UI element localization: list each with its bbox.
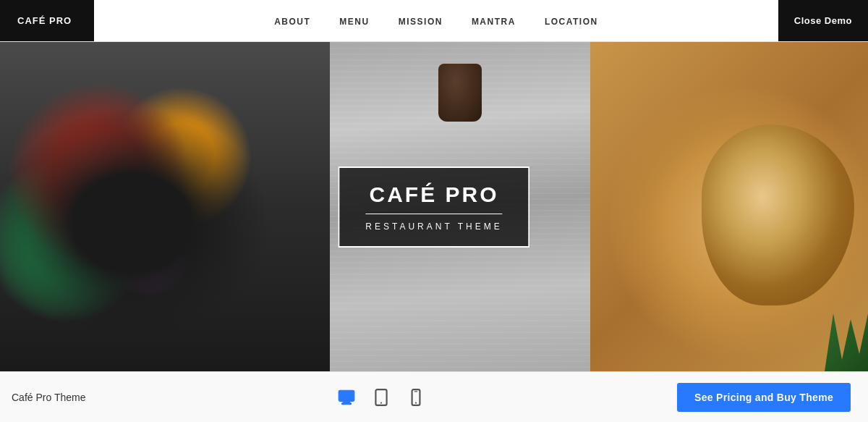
- desktop-icon[interactable]: [335, 386, 358, 409]
- navbar-links: ABOUT MENU MISSION MANTRA LOCATION: [94, 14, 778, 28]
- nav-link-location[interactable]: LOCATION: [545, 17, 598, 27]
- hero-title-box: CAFÉ PRO RESTAURANT THEME: [338, 166, 529, 248]
- hero-title-divider: [365, 214, 502, 214]
- svg-point-4: [380, 402, 382, 403]
- buy-theme-button[interactable]: See Pricing and Buy Theme: [677, 383, 851, 412]
- nav-item-location[interactable]: LOCATION: [545, 14, 598, 28]
- nav-item-mission[interactable]: MISSION: [399, 14, 443, 28]
- nav-item-about[interactable]: ABOUT: [274, 14, 310, 28]
- hero-section: CAFÉ PRO RESTAURANT THEME: [0, 42, 868, 371]
- close-demo-button[interactable]: Close Demo: [778, 0, 868, 41]
- theme-name-label: Café Pro Theme: [12, 392, 85, 403]
- hero-title-main: CAFÉ PRO: [365, 182, 502, 206]
- tablet-icon[interactable]: [370, 386, 393, 409]
- vegetable-decoration: [825, 313, 868, 371]
- svg-rect-2: [342, 402, 352, 404]
- nav-link-menu[interactable]: MENU: [339, 17, 369, 27]
- nav-link-about[interactable]: ABOUT: [274, 17, 310, 27]
- food-left-image: [0, 42, 330, 371]
- navbar: CAFÉ PRO ABOUT MENU MISSION MANTRA LOCAT…: [0, 0, 868, 42]
- nav-item-menu[interactable]: MENU: [339, 14, 369, 28]
- nav-link-mantra[interactable]: MANTRA: [472, 17, 516, 27]
- device-icons-group: [335, 386, 427, 409]
- svg-rect-7: [414, 391, 417, 392]
- svg-rect-0: [339, 390, 354, 401]
- navbar-logo: CAFÉ PRO: [0, 0, 94, 41]
- svg-point-6: [415, 402, 417, 403]
- nav-link-mission[interactable]: MISSION: [399, 17, 443, 27]
- bottom-bar: Café Pro Theme See Pricing and: [0, 371, 868, 422]
- hero-title-sub: RESTAURANT THEME: [365, 221, 502, 232]
- nav-item-mantra[interactable]: MANTRA: [472, 14, 516, 28]
- food-right-image: [590, 42, 868, 371]
- mobile-icon[interactable]: [404, 386, 427, 409]
